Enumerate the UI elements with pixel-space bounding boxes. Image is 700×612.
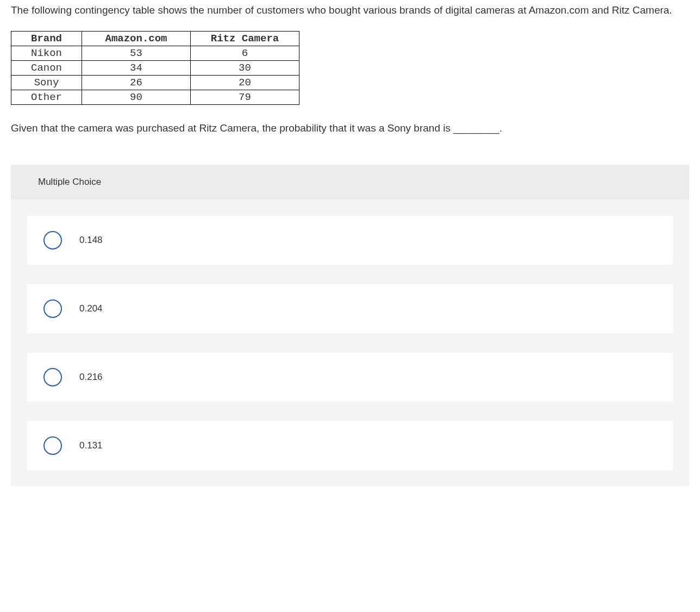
cell-ritz: 6 [191, 46, 299, 61]
option-1[interactable]: 0.204 [27, 284, 673, 333]
cell-brand: Other [11, 90, 82, 105]
cell-ritz: 20 [191, 76, 299, 90]
cell-ritz: 30 [191, 61, 299, 76]
option-3[interactable]: 0.131 [27, 421, 673, 470]
option-0[interactable]: 0.148 [27, 216, 673, 265]
radio-icon[interactable] [43, 368, 62, 386]
table-row: Nikon 53 6 [11, 46, 299, 61]
header-amazon: Amazon.com [82, 32, 191, 46]
header-ritz: Ritz Camera [191, 32, 299, 46]
multiple-choice-panel: Multiple Choice 0.148 0.204 0.216 0.131 [11, 165, 689, 486]
cell-amazon: 34 [82, 61, 191, 76]
cell-ritz: 79 [191, 90, 299, 105]
options-list: 0.148 0.204 0.216 0.131 [11, 199, 689, 470]
radio-icon[interactable] [43, 436, 62, 455]
cell-brand: Canon [11, 61, 82, 76]
cell-amazon: 53 [82, 46, 191, 61]
table-row: Canon 34 30 [11, 61, 299, 76]
question-intro: The following contingency table shows th… [11, 2, 689, 18]
cell-amazon: 90 [82, 90, 191, 105]
contingency-table: Brand Amazon.com Ritz Camera Nikon 53 6 … [11, 31, 299, 105]
option-label: 0.216 [79, 372, 103, 383]
option-label: 0.131 [79, 440, 103, 451]
table-row: Other 90 79 [11, 90, 299, 105]
table-header-row: Brand Amazon.com Ritz Camera [11, 32, 299, 46]
option-label: 0.204 [79, 303, 103, 314]
cell-amazon: 26 [82, 76, 191, 90]
cell-brand: Nikon [11, 46, 82, 61]
option-2[interactable]: 0.216 [27, 353, 673, 402]
multiple-choice-title: Multiple Choice [11, 165, 689, 199]
option-label: 0.148 [79, 235, 103, 246]
table-row: Sony 26 20 [11, 76, 299, 90]
cell-brand: Sony [11, 76, 82, 90]
radio-icon[interactable] [43, 231, 62, 249]
header-brand: Brand [11, 32, 82, 46]
question-text: Given that the camera was purchased at R… [11, 122, 689, 134]
radio-icon[interactable] [43, 299, 62, 318]
